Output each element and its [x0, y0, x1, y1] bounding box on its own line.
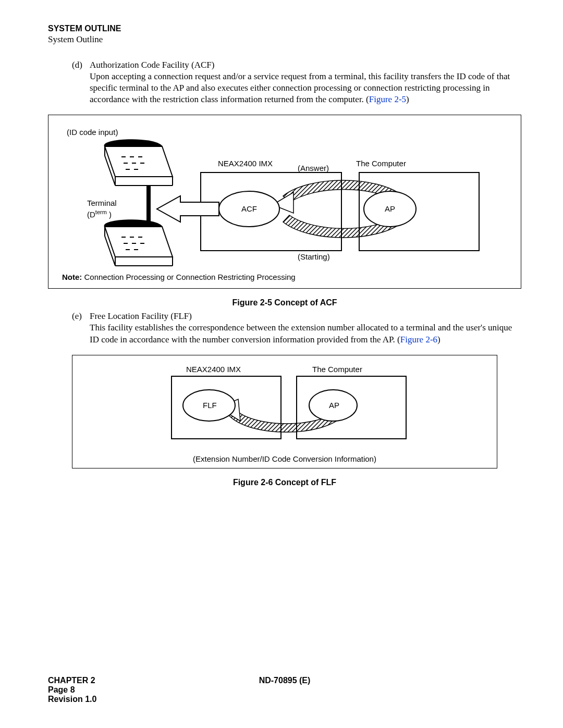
figure-2-5-box: (ID code input) NEAX2400 IMX The Compute…: [48, 115, 521, 289]
figure-2-5-caption: Figure 2-5 Concept of ACF: [48, 298, 521, 307]
dterm-post: ): [107, 210, 112, 219]
footer-rev: Revision 1.0: [48, 695, 521, 704]
footer-chapter: CHAPTER 2: [48, 676, 95, 685]
footer-docnum: ND-70895 (E): [259, 676, 311, 685]
label-starting: (Starting): [298, 252, 330, 261]
header-subtitle: System Outline: [48, 34, 521, 45]
figure-2-6-svg: [72, 355, 497, 468]
label-ap: AP: [385, 204, 395, 213]
label-flf: FLF: [203, 401, 217, 410]
figure-2-6-caption: Figure 2-6 Concept of FLF: [48, 478, 521, 487]
list-item-d: (d) Authorization Code Facility (ACF) Up…: [72, 59, 521, 105]
svg-marker-22: [105, 227, 173, 257]
item-e-title: Free Location Facility (FLF): [90, 311, 192, 321]
item-d-tail: ): [406, 94, 409, 104]
note-line: Note: Connection Processing or Connectio…: [62, 273, 296, 281]
list-body-d: Authorization Code Facility (ACF) Upon a…: [90, 59, 521, 105]
note-body: Connection Processing or Connection Rest…: [82, 273, 295, 281]
label-id-code-input: (ID code input): [67, 128, 118, 137]
label-neax: NEAX2400 IMX: [218, 159, 273, 168]
list-marker-e: (e): [72, 311, 82, 322]
label-computer: The Computer: [356, 159, 406, 168]
label-conv-info: (Extension Number/ID Code Conversion Inf…: [72, 454, 497, 463]
header-title: SYSTEM OUTLINE: [48, 24, 521, 33]
item-d-title: Authorization Code Facility (ACF): [90, 60, 214, 70]
label-acf: ACF: [241, 204, 257, 213]
item-e-tail: ): [437, 335, 440, 344]
figure-2-5-svg: [48, 115, 521, 288]
figure-2-6-box: NEAX2400 IMX The Computer FLF AP (Extens…: [72, 355, 497, 468]
item-e-body: This facility establishes the correspond…: [90, 323, 512, 344]
dterm-pre: (D: [87, 210, 95, 219]
label-terminal: Terminal: [87, 199, 117, 207]
footer-page: Page 8: [48, 685, 521, 695]
label-neax-2: NEAX2400 IMX: [186, 365, 241, 374]
list-marker-d: (d): [72, 59, 82, 71]
label-answer: (Answer): [298, 164, 329, 172]
svg-marker-6: [105, 146, 173, 177]
dterm-sup: term: [95, 209, 107, 215]
figure-link-2-6[interactable]: Figure 2-6: [400, 335, 437, 344]
figure-link-2-5[interactable]: Figure 2-5: [369, 94, 406, 104]
page-footer: CHAPTER 2 ND-70895 (E) Page 8 Revision 1…: [48, 676, 521, 704]
list-item-e: (e) Free Location Facility (FLF) This fa…: [72, 311, 521, 345]
label-computer-2: The Computer: [312, 365, 362, 374]
label-dterm: (Dterm ): [87, 209, 112, 219]
list-body-e: Free Location Facility (FLF) This facili…: [90, 311, 521, 345]
item-d-body: Upon accepting a connection request and/…: [90, 71, 510, 104]
label-ap-2: AP: [329, 401, 339, 410]
note-label: Note:: [62, 273, 82, 281]
